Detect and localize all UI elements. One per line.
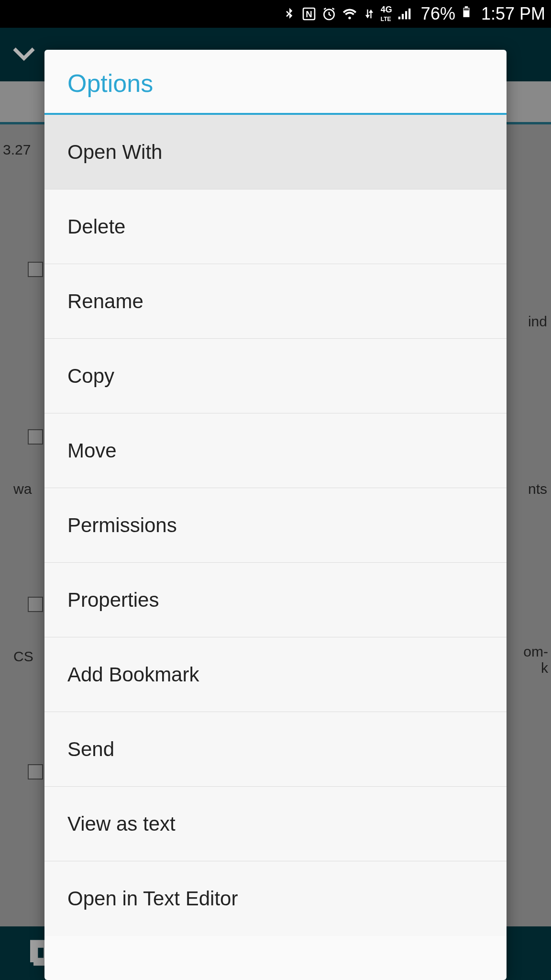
- options-list: Open WithDeleteRenameCopyMovePermissions…: [44, 115, 507, 936]
- option-label: Open With: [67, 141, 162, 164]
- option-copy[interactable]: Copy: [44, 339, 507, 413]
- option-label: View as text: [67, 813, 176, 835]
- option-view-as-text[interactable]: View as text: [44, 787, 507, 861]
- wifi-icon: [342, 6, 358, 22]
- option-open-in-text-editor[interactable]: Open in Text Editor: [44, 861, 507, 936]
- nfc-icon: N: [301, 6, 317, 22]
- data-arrows-icon: [363, 7, 376, 21]
- option-open-with[interactable]: Open With: [44, 115, 507, 189]
- bluetooth-icon: [282, 7, 297, 21]
- option-label: Add Bookmark: [67, 663, 199, 686]
- network-type-label: 4GLTE: [381, 5, 392, 22]
- alarm-icon: [321, 6, 337, 22]
- option-label: Move: [67, 439, 117, 462]
- battery-percentage: 76%: [421, 4, 455, 24]
- svg-rect-5: [464, 8, 469, 10]
- option-label: Copy: [67, 365, 114, 388]
- option-label: Open in Text Editor: [67, 887, 238, 910]
- svg-text:N: N: [306, 9, 312, 19]
- option-rename[interactable]: Rename: [44, 264, 507, 339]
- option-label: Permissions: [67, 514, 177, 537]
- dialog-title: Options: [44, 50, 507, 115]
- option-send[interactable]: Send: [44, 712, 507, 787]
- option-permissions[interactable]: Permissions: [44, 488, 507, 563]
- option-add-bookmark[interactable]: Add Bookmark: [44, 637, 507, 712]
- status-bar: N 4GLTE 76% 1:57 PM: [0, 0, 551, 28]
- option-label: Rename: [67, 290, 143, 313]
- option-move[interactable]: Move: [44, 413, 507, 488]
- option-delete[interactable]: Delete: [44, 189, 507, 264]
- status-icons: N 4GLTE: [282, 5, 413, 22]
- option-properties[interactable]: Properties: [44, 563, 507, 637]
- battery-icon: [460, 3, 473, 25]
- clock: 1:57 PM: [481, 4, 545, 24]
- option-label: Delete: [67, 215, 125, 238]
- option-label: Properties: [67, 589, 159, 612]
- cell-signal-icon: [397, 6, 413, 22]
- options-dialog: Options Open WithDeleteRenameCopyMovePer…: [44, 50, 507, 980]
- option-label: Send: [67, 738, 114, 761]
- svg-rect-4: [465, 6, 468, 8]
